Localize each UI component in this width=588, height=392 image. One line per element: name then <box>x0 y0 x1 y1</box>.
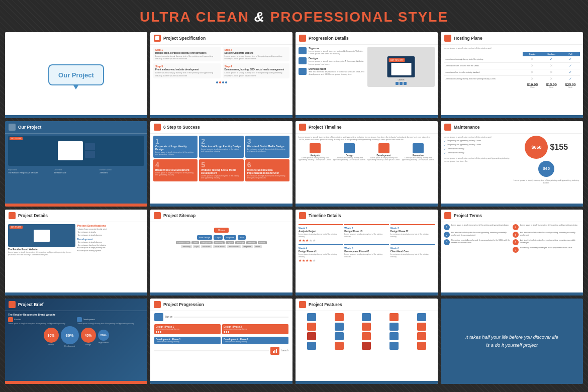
slide-header: Project Timeline <box>296 121 438 134</box>
client-label: Client Name <box>54 169 99 171</box>
slide-header: 6 Step to Success <box>150 121 292 134</box>
week-title-2: Design Phase d3 <box>344 230 388 233</box>
term-text-1: Lorem ipsum is simply dummy text of the … <box>451 224 509 227</box>
sitemap-extra-2: Flyer <box>193 245 200 248</box>
slide-header: Project Details <box>5 210 147 222</box>
hosting-desc: Lorem ipsum is simply dummy text of the … <box>444 47 580 50</box>
slide-project-features: Project Features <box>296 299 438 384</box>
week-text-6: Lorem ipsum is simply dummy text of the … <box>390 253 435 258</box>
stat-label-3: Design <box>81 344 96 346</box>
step-title-1: Corporate of Logo Identity Design <box>155 145 195 151</box>
week-label-1: Week 1 <box>299 227 343 230</box>
slide-project-progression: Project Progression Sign on Design : Pha… <box>150 299 292 384</box>
slide-4-title: Hosting Plane <box>454 36 482 41</box>
brief-product-text: Lorem ipsum is simply dummy text of the … <box>8 323 75 325</box>
step-text-6: Lorem ipsum is simply dummy text of the … <box>247 175 287 179</box>
quote-text: It takes half your life before you disco… <box>465 333 558 349</box>
step-title-3: Website & Social Media Design <box>247 145 287 148</box>
slide-hosting-plane: Hosting Plane Lorem ipsum is simply dumm… <box>441 32 583 118</box>
week-title-3: Design Phase 02 <box>390 230 435 233</box>
step-num-4: 4 <box>155 161 195 168</box>
week-text-4: Lorem ipsum is simply dummy text of the … <box>299 253 343 258</box>
plan-starter: Starter <box>523 52 542 56</box>
slide-quote: It takes half your life before you disco… <box>441 299 583 384</box>
week-label-2: Week 2 <box>344 227 388 230</box>
term-text-3: Remaining, essentially unchanged. It was… <box>451 239 511 244</box>
step-text-3: Lorem ipsum is simply dummy text of the … <box>247 148 287 153</box>
website-name: The Retailer Brand Website <box>8 248 75 251</box>
title-and: & <box>249 9 270 25</box>
slide-project-specification: Project Specification Step 1 Design: log… <box>150 32 292 118</box>
sitemap-node-4: Web <box>238 235 246 240</box>
term-num-2: 2 <box>444 232 450 238</box>
step-text-1: Lorem ipsum is simply dummy text of the … <box>155 151 195 156</box>
slide-header: Timeline Details <box>296 210 438 222</box>
week-title-1: Analysis Project <box>299 230 343 233</box>
stat-2: 60% <box>61 326 79 344</box>
term-num-4: 4 <box>513 224 519 230</box>
slide-3-title: Progression Details <box>309 36 349 41</box>
phase-analysis-text: Lorem ipsum is simply dummy and typesett… <box>299 157 332 161</box>
sitemap-extra-6: Magazine <box>242 245 252 248</box>
phase-1-sub: Lorem ipsum is simply dummy <box>156 328 219 330</box>
slide-project-terms: Project Terms 1 Lorem ipsum is simply du… <box>441 210 583 296</box>
slide-progression-details: Progression Details Sign on Lorem ipsum … <box>296 32 438 118</box>
slide-header: Project Terms <box>441 210 583 222</box>
week-label-4: Week 4 <box>299 247 343 250</box>
price-2: $155 <box>550 143 568 152</box>
plan-full: Full <box>561 52 580 56</box>
brief-website: The Retailer Responsive Brand Website <box>8 313 144 316</box>
slide-header: Project Specification <box>150 32 292 45</box>
timeline-desc: Lorem ipsum is simply dummy text of the … <box>299 136 435 141</box>
spec-label-4: Step 4 <box>225 65 288 68</box>
client-value: Jonathon Doe <box>54 171 99 174</box>
phase-design-text: Lorem ipsum is simply dummy and typesett… <box>333 157 366 161</box>
step-title-2: Selection of Logo Identity Design <box>201 145 241 148</box>
slides-grid: Our Project Project Specification Step 1… <box>0 32 588 388</box>
term-text-2: And also the total step into electronic … <box>451 232 511 237</box>
sitemap-extra-7: Tables <box>254 245 262 248</box>
week-text-2: Lorem ipsum is simply dummy text of the … <box>344 233 388 238</box>
sitemap-sub-4: Stationery <box>214 241 225 244</box>
title-part2: PROFESSIONAL STYLE <box>270 9 448 25</box>
title-part1: ULTRA CLEAN <box>140 9 249 25</box>
term-num-7: 7 <box>513 247 519 253</box>
term-num-1: 1 <box>444 224 450 230</box>
sitemap-extra-5: Householders <box>227 245 241 248</box>
slide-project-brief: Project Brief The Retailer Responsive Br… <box>5 299 147 384</box>
week-title-6: Client Hand Over <box>390 250 435 253</box>
slide-2-title: Project Specification <box>163 36 206 41</box>
term-text-4: Lorem ipsum is simply dummy text of the … <box>520 224 578 227</box>
prog-text-3: And also the total development of corpor… <box>309 70 366 75</box>
maintenance-list: ✓ The printing and typesetting industry.… <box>444 140 511 155</box>
stat-3: 40% <box>81 328 96 343</box>
week-text-5: Lorem ipsum is simply dummy text of the … <box>344 253 388 258</box>
step-num-6: 6 <box>247 161 287 168</box>
slide-6-steps: 6 Step to Success 1 Corporate of Logo Id… <box>150 121 292 207</box>
slide-15-title: Project Features <box>309 302 342 307</box>
slide-header: Maintenance <box>441 121 583 134</box>
slide-project-sitemap: Project Sitemap Home Print Design Login … <box>150 210 292 296</box>
stat-4: 20% <box>98 330 109 341</box>
brief-product: Product <box>14 318 21 321</box>
slide-9-title: Project Details <box>18 213 48 218</box>
spec-label-3: Step 3 <box>155 65 219 68</box>
step-text-4: Lorem ipsum is simply dummy text of the … <box>155 172 195 176</box>
maintenance-desc2: Lorem ipsum is simply dummy text of the … <box>444 157 511 162</box>
step-text-2: Lorem ipsum is simply dummy text of the … <box>201 148 241 153</box>
week-title-5: Development Phase 02 <box>344 250 388 253</box>
dev-label: Development <box>77 238 145 241</box>
spec-text-4: Lorem ipsum is simply dummy text of the … <box>225 71 288 76</box>
price-1: $658 <box>525 136 548 159</box>
slide-13-title: Project Brief <box>18 302 44 307</box>
step-title-6: Website Social Media Implementation Hand… <box>247 168 287 174</box>
slide-7-title: Project Timeline <box>309 125 342 130</box>
maintenance-footer: Lorem ipsum is simply dummy text of the … <box>513 179 580 184</box>
price-3: $65 <box>538 161 554 177</box>
step-text-5: Lorem ipsum is simply dummy text of the … <box>201 175 241 179</box>
term-num-3: 3 <box>444 239 450 245</box>
step-num-2: 2 <box>201 138 241 145</box>
slide-our-project-title: Our Project <box>5 32 147 118</box>
term-num-6: 6 <box>513 239 519 245</box>
plan-medium: Medium <box>542 52 561 56</box>
